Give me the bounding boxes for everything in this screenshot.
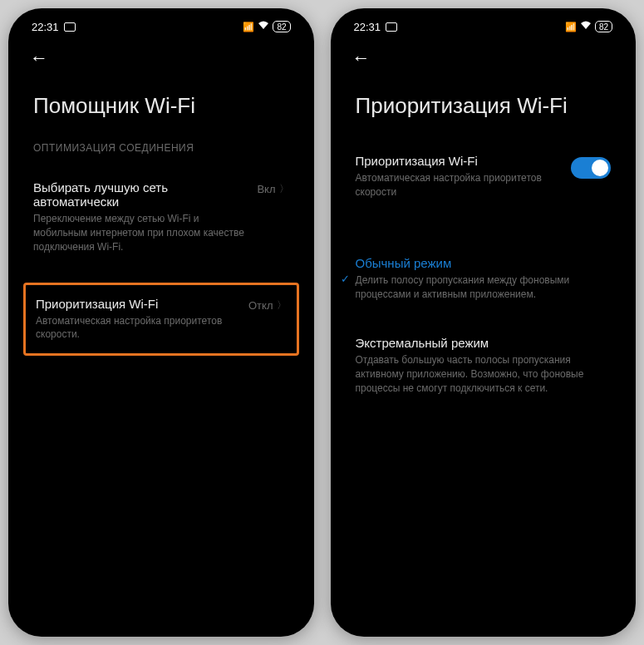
chevron-right-icon: 〉	[277, 298, 287, 313]
battery-icon: 82	[595, 21, 612, 32]
screen-left: 22:31 📶 82 ← Помощник Wi-Fi ОПТИМИЗАЦИЯ …	[15, 15, 307, 630]
wifi-icon	[580, 21, 592, 32]
toggle-switch[interactable]	[571, 157, 611, 179]
navbar: ←	[15, 38, 307, 78]
status-left: 22:31	[32, 21, 76, 33]
navbar: ←	[337, 38, 630, 78]
status-right: 📶 82	[565, 21, 612, 32]
content-left: Помощник Wi-Fi ОПТИМИЗАЦИЯ СОЕДИНЕНИЯ Вы…	[15, 78, 307, 630]
mode-desc: Отдавать большую часть полосы пропускани…	[356, 353, 612, 395]
item-text: Приоритизация Wi-Fi Автоматическая настр…	[356, 154, 572, 199]
item-text: Приоритизация Wi-Fi Автоматическая настр…	[36, 297, 248, 342]
item-desc: Переключение между сетью Wi-Fi и мобильн…	[33, 212, 247, 254]
chevron-right-icon: 〉	[279, 182, 289, 196]
section-header: ОПТИМИЗАЦИЯ СОЕДИНЕНИЯ	[33, 142, 289, 154]
mode-desc: Делить полосу пропускания между фоновыми…	[356, 273, 612, 302]
phone-right: 22:31 📶 82 ← Приоритизация Wi-Fi Приорит…	[331, 8, 637, 637]
item-value: Откл 〉	[248, 298, 287, 313]
setting-priority-toggle[interactable]: Приоритизация Wi-Fi Автоматическая настр…	[356, 142, 612, 211]
content-right: Приоритизация Wi-Fi Приоритизация Wi-Fi …	[337, 78, 630, 630]
value-text: Откл	[248, 299, 273, 312]
mode-title: Экстремальный режим	[356, 336, 612, 350]
clock: 22:31	[354, 21, 381, 33]
item-desc: Автоматическая настройка приоритетов ско…	[36, 314, 238, 342]
cast-icon	[64, 22, 76, 32]
back-button[interactable]: ←	[30, 47, 48, 69]
wifi-icon	[258, 21, 269, 32]
signal-icon: 📶	[243, 22, 254, 32]
item-title: Выбирать лучшую сеть автоматически	[33, 180, 247, 209]
mode-extreme[interactable]: Экстремальный режим Отдавать большую час…	[356, 324, 612, 406]
status-right: 📶 82	[243, 21, 290, 32]
item-desc: Автоматическая настройка приоритетов ско…	[356, 171, 562, 199]
item-title: Приоритизация Wi-Fi	[36, 297, 238, 311]
setting-wifi-priority[interactable]: Приоритизация Wi-Fi Автоматическая настр…	[23, 283, 299, 357]
status-left: 22:31	[354, 21, 398, 33]
screen-right: 22:31 📶 82 ← Приоритизация Wi-Fi Приорит…	[337, 15, 630, 630]
page-title: Приоритизация Wi-Fi	[356, 93, 612, 119]
signal-icon: 📶	[565, 22, 577, 32]
statusbar: 22:31 📶 82	[15, 15, 307, 38]
mode-title: Обычный режим	[356, 256, 612, 270]
battery-icon: 82	[273, 21, 290, 32]
back-button[interactable]: ←	[352, 47, 371, 69]
phone-left: 22:31 📶 82 ← Помощник Wi-Fi ОПТИМИЗАЦИЯ …	[8, 8, 314, 637]
clock: 22:31	[32, 21, 59, 33]
cast-icon	[386, 22, 397, 32]
value-text: Вкл	[257, 183, 275, 195]
check-icon: ✓	[341, 273, 350, 285]
statusbar: 22:31 📶 82	[337, 15, 630, 38]
setting-auto-network[interactable]: Выбирать лучшую сеть автоматически Перек…	[33, 169, 289, 265]
item-text: Выбирать лучшую сеть автоматически Перек…	[33, 180, 257, 254]
page-title: Помощник Wi-Fi	[33, 93, 289, 119]
item-title: Приоритизация Wi-Fi	[356, 154, 562, 168]
mode-normal[interactable]: ✓ Обычный режим Делить полосу пропускани…	[356, 244, 612, 313]
item-value: Вкл 〉	[257, 182, 288, 196]
